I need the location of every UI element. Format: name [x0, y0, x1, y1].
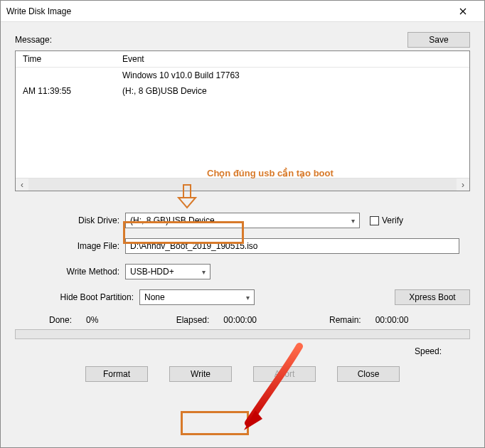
write-method-value: USB-HDD+ [130, 267, 174, 277]
log-box: Time Event Windows 10 v10.0 Build 17763 … [15, 50, 470, 191]
abort-button[interactable]: Abort [253, 366, 316, 382]
hide-boot-value: None [144, 292, 165, 302]
write-method-label: Write Method: [15, 267, 125, 277]
chevron-down-icon: ▾ [202, 268, 206, 276]
format-button[interactable]: Format [85, 366, 148, 382]
log-time [16, 68, 115, 84]
status-row: Done: 0% Elapsed: 00:00:00 Remain: 00:00… [15, 315, 470, 325]
log-event: (H:, 8 GB)USB Device [115, 83, 469, 99]
horizontal-scrollbar[interactable]: ‹ › [16, 178, 469, 191]
image-file-input[interactable]: D:\Anhdv_Boot_2019_190515.iso [125, 238, 459, 254]
remain-label: Remain: [319, 315, 361, 325]
disk-drive-select[interactable]: (H:, 8 GB)USB Device ▾ [125, 213, 360, 228]
annotation-highlight-write [181, 411, 249, 435]
close-window-button[interactable] [447, 1, 479, 22]
hide-boot-label: Hide Boot Partition: [15, 292, 139, 302]
remain-value: 00:00:00 [375, 315, 409, 325]
message-label: Message: [15, 35, 407, 45]
log-event: Windows 10 v10.0 Build 17763 [115, 68, 469, 84]
disk-drive-label: Disk Drive: [15, 215, 125, 225]
hide-boot-select[interactable]: None ▾ [139, 289, 255, 305]
log-row: Windows 10 v10.0 Build 17763 [16, 68, 469, 84]
verify-label: Verify [382, 215, 403, 225]
done-label: Done: [15, 315, 72, 325]
scroll-right-button[interactable]: › [457, 178, 469, 191]
image-file-value: D:\Anhdv_Boot_2019_190515.iso [130, 241, 257, 251]
checkbox-box [370, 216, 379, 225]
titlebar: Write Disk Image [1, 1, 484, 22]
close-button[interactable]: Close [337, 366, 400, 382]
scroll-left-button[interactable]: ‹ [16, 178, 28, 191]
col-event-header: Event [115, 51, 469, 68]
chevron-down-icon: ▾ [351, 217, 355, 225]
elapsed-value: 00:00:00 [223, 315, 257, 325]
speed-label: Speed: [415, 346, 442, 356]
chevron-left-icon: ‹ [21, 180, 23, 190]
log-row: AM 11:39:55 (H:, 8 GB)USB Device [16, 83, 469, 99]
write-button[interactable]: Write [169, 366, 232, 382]
chevron-right-icon: › [462, 180, 464, 190]
window-title: Write Disk Image [6, 6, 447, 16]
save-button[interactable]: Save [407, 32, 470, 48]
xpress-boot-button[interactable]: Xpress Boot [395, 289, 470, 305]
col-time-header: Time [16, 51, 115, 68]
elapsed-label: Elapsed: [166, 315, 209, 325]
chevron-down-icon: ▾ [246, 294, 250, 302]
write-disk-image-window: Write Disk Image Message: Save Time Even… [0, 0, 485, 448]
log-table: Time Event Windows 10 v10.0 Build 17763 … [16, 51, 469, 99]
done-value: 0% [86, 315, 98, 325]
image-file-label: Image File: [15, 241, 125, 251]
log-time: AM 11:39:55 [16, 83, 115, 99]
write-method-select[interactable]: USB-HDD+ ▾ [125, 264, 210, 279]
progress-bar [15, 329, 470, 339]
disk-drive-value: (H:, 8 GB)USB Device [130, 215, 215, 225]
verify-checkbox[interactable]: Verify [370, 215, 403, 225]
scroll-track[interactable] [28, 178, 457, 191]
